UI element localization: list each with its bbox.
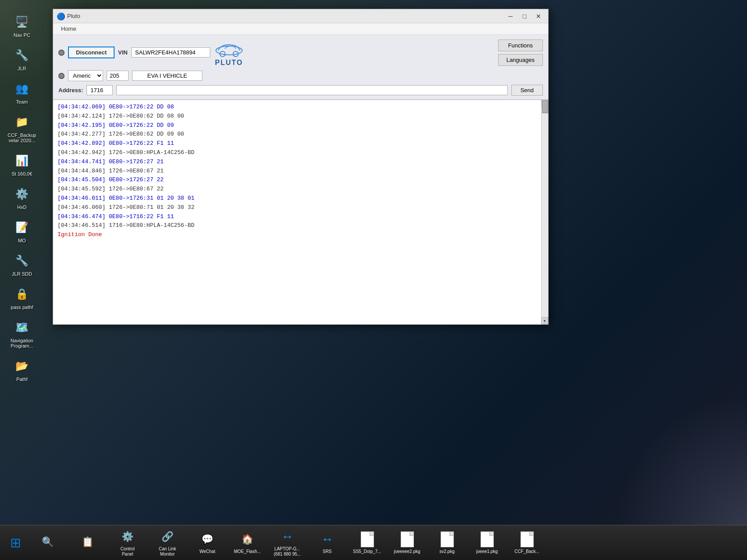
- desktop-icon-pathf[interactable]: 📂 Pathf: [4, 357, 40, 382]
- menu-home[interactable]: Home: [57, 25, 81, 33]
- control-panel-icon: ⚙️: [119, 528, 136, 545]
- taskbar-item-wechat[interactable]: 💬 WeChat: [189, 529, 226, 556]
- moe-flash-label: MOE_Flash...: [234, 549, 261, 554]
- pluto-logo: PLUTO: [214, 38, 244, 67]
- navpc-icon: 🖥️: [13, 13, 31, 31]
- toolbar-row-2: Americ EVA I VEHICLE: [58, 70, 543, 81]
- log-area[interactable]: [04:34:42.069] 0E80->1726:22 DD 08[04:34…: [53, 100, 548, 324]
- scrollbar-thumb[interactable]: [542, 100, 548, 113]
- window-controls: ─ □ ✕: [504, 11, 545, 21]
- taskbar-item-sv2[interactable]: sv2.pkg: [428, 529, 466, 556]
- log-line: [04:34:42.277] 1726->0E80:62 DD 09 00: [57, 130, 544, 139]
- address-input[interactable]: [86, 85, 113, 95]
- ccf-back-file-icon: [519, 531, 535, 548]
- send-button[interactable]: Send: [511, 85, 543, 96]
- pass-label: pass pathf: [11, 305, 33, 310]
- desktop-glow-br: [615, 393, 747, 525]
- desktop-icon-jlr[interactable]: 🔧 JLR: [4, 47, 40, 71]
- ss5-label: SS5_Doip_7...: [353, 549, 381, 554]
- log-line: [04:34:46.474] 0E80->1716:22 F1 11: [57, 212, 544, 222]
- desktop-icon-nav-program[interactable]: 🗺️ Navigation Program...: [4, 319, 40, 348]
- radio-dot-1: [58, 50, 65, 56]
- desktop-icon-st[interactable]: 📊 St 160,0€: [4, 152, 40, 176]
- desktop-icon-pass[interactable]: 🔒 pass pathf: [4, 285, 40, 310]
- toolbar-row-address: Address: Send: [58, 85, 543, 96]
- moe-flash-icon: 🏠: [239, 531, 256, 548]
- sv2-file-icon: [439, 531, 456, 548]
- search-icon: 🔍: [40, 534, 56, 550]
- hxd-icon: ⚙️: [13, 185, 31, 203]
- taskbar: ⊞ 🔍 📋 ⚙️ ControlPanel 🔗 Can LinkMonitor …: [0, 525, 747, 560]
- taskbar-item-joeee1[interactable]: joeee1.pkg: [468, 529, 506, 556]
- sv2-file-visual: [441, 531, 454, 547]
- log-line: [04:34:42.942] 1726->0E80:HPLA-14C256-BD: [57, 148, 544, 158]
- can-link-icon: 🔗: [159, 528, 176, 545]
- taskbar-item-control-panel[interactable]: ⚙️ ControlPanel: [109, 527, 146, 559]
- nav-program-icon: 🗺️: [13, 319, 31, 336]
- sv2-label: sv2.pkg: [439, 549, 454, 554]
- minimize-button[interactable]: ─: [504, 11, 517, 21]
- vin-input[interactable]: [131, 47, 210, 57]
- jlrsdd-label: JLR SDD: [12, 271, 32, 276]
- navpc-label: Nav PC: [14, 32, 30, 38]
- desktop-icon-jlrsdd[interactable]: 🔧 JLR SDD: [4, 252, 40, 276]
- vehicle-label: EVA I VEHICLE: [132, 71, 202, 81]
- hxd-label: HxD: [17, 205, 26, 210]
- taskbar-item-srs[interactable]: ↔ SRS: [309, 529, 346, 556]
- taskbar-item-joeeeee2[interactable]: joeeeee2.pkg: [388, 529, 426, 556]
- log-scrollbar[interactable]: ▲ ▼: [541, 100, 548, 324]
- log-line: [04:34:42.069] 0E80->1726:22 DD 08: [57, 103, 544, 112]
- jlr-label: JLR: [18, 66, 26, 71]
- team-label: Team: [16, 99, 28, 104]
- taskbar-item-ss5[interactable]: SS5_Doip_7...: [348, 529, 386, 556]
- joeee1-file-visual: [481, 531, 494, 547]
- mo-icon: 📝: [13, 219, 31, 236]
- region-select[interactable]: Americ: [68, 70, 103, 81]
- team-icon: 👥: [13, 80, 31, 97]
- taskbar-item-taskview[interactable]: 📋: [69, 532, 106, 553]
- vin-label: VIN: [118, 49, 128, 56]
- taskbar-item-moe-flash[interactable]: 🏠 MOE_Flash...: [229, 529, 266, 556]
- num-input[interactable]: [107, 71, 129, 81]
- joeeeee2-file-visual: [401, 531, 414, 547]
- desktop-icon-navpc[interactable]: 🖥️ Nav PC: [4, 13, 40, 38]
- joeeeee2-file-icon: [399, 531, 416, 548]
- desktop-icon-ccf[interactable]: 📁 CCF_Backup velar 2020...: [4, 113, 40, 143]
- log-line: [04:34:46.011] 0E80->1726:31 01 20 38 01: [57, 194, 544, 203]
- disconnect-button[interactable]: Disconnect: [68, 47, 115, 58]
- can-link-label: Can LinkMonitor: [159, 546, 176, 557]
- address-bar-wide[interactable]: [116, 85, 507, 95]
- desktop-icon-mo[interactable]: 📝 MO: [4, 219, 40, 243]
- desktop: 🖥️ Nav PC 🔧 JLR 👥 Team 📁 CCF_Backup vela…: [0, 0, 747, 560]
- close-button[interactable]: ✕: [532, 11, 545, 21]
- log-line: [04:34:46.060] 1726->0E80:71 01 20 38 32: [57, 203, 544, 212]
- window-title: Pluto: [67, 13, 504, 19]
- functions-languages-area: Functions Languages: [498, 39, 543, 66]
- taskbar-item-laptop[interactable]: ↔ LAPTOP-G...(681 880 95...: [269, 527, 306, 559]
- taskbar-item-search[interactable]: 🔍: [29, 532, 66, 553]
- desktop-icons-left: 🖥️ Nav PC 🔧 JLR 👥 Team 📁 CCF_Backup vela…: [4, 13, 40, 382]
- maximize-button[interactable]: □: [518, 11, 531, 21]
- taskbar-item-can-link[interactable]: 🔗 Can LinkMonitor: [149, 527, 186, 559]
- jlr-icon: 🔧: [13, 47, 31, 64]
- taskbar-item-ccf-back[interactable]: CCF_Back...: [508, 529, 546, 556]
- functions-button[interactable]: Functions: [498, 39, 543, 51]
- log-line: [04:34:42.124] 1726->0E80:62 DD 08 00: [57, 112, 544, 121]
- joeee1-label: joeee1.pkg: [476, 549, 498, 554]
- scrollbar-down[interactable]: ▼: [541, 317, 548, 324]
- log-line: [04:34:45.504] 0E80->1726:27 22: [57, 176, 544, 185]
- srs-label: SRS: [323, 549, 332, 554]
- ss5-file-icon: [359, 531, 376, 548]
- languages-button[interactable]: Languages: [498, 54, 543, 66]
- log-line: [04:34:45.592] 1726->0E80:67 22: [57, 185, 544, 194]
- desktop-icon-hxd[interactable]: ⚙️ HxD: [4, 185, 40, 210]
- ccf-back-file-visual: [521, 531, 534, 547]
- desktop-icon-team[interactable]: 👥 Team: [4, 80, 40, 104]
- log-line: [04:34:44.741] 0E80->1726:27 21: [57, 158, 544, 167]
- radio-dot-2: [58, 73, 65, 79]
- mo-label: MO: [18, 238, 26, 243]
- start-button[interactable]: ⊞: [4, 532, 26, 554]
- ccf-label: CCF_Backup velar 2020...: [4, 133, 40, 143]
- pluto-window: 🔵 Pluto ─ □ ✕ Home Disconnect VIN: [53, 9, 549, 325]
- address-label: Address:: [58, 87, 83, 93]
